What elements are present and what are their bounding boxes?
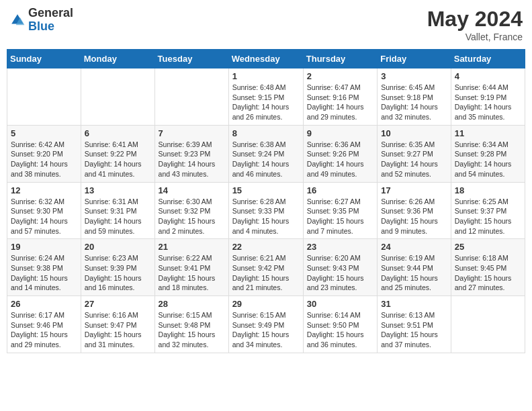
cell-content-line: Sunrise: 6:19 AM [381,254,435,262]
logo-text: General Blue [28,7,73,34]
calendar-cell: 6Sunrise: 6:41 AMSunset: 9:22 PMDaylight… [81,125,154,182]
cell-content-line: Sunset: 9:42 PM [232,264,285,272]
cell-content-line: Sunrise: 6:48 AM [232,83,286,91]
cell-content: Sunrise: 6:15 AMSunset: 9:49 PMDaylight:… [232,310,300,350]
cell-content-line: and 49 minutes. [307,170,357,178]
cell-content: Sunrise: 6:45 AMSunset: 9:18 PMDaylight:… [381,83,447,122]
cell-content-line: Sunset: 9:39 PM [85,264,137,272]
cell-content-line: Sunrise: 6:26 AM [381,197,435,205]
weekday-header-saturday: Saturday [451,50,525,68]
cell-content-line: and 52 minutes. [381,170,431,178]
day-number: 13 [85,185,151,195]
cell-content-line: Sunrise: 6:15 AM [232,311,286,319]
cell-content-line: and 27 minutes. [455,283,505,291]
month-title: May 2024 [427,7,523,32]
day-number: 1 [232,71,300,81]
cell-content-line: Sunset: 9:41 PM [159,264,211,272]
cell-content-line: Daylight: 15 hours [232,217,290,225]
cell-content: Sunrise: 6:34 AMSunset: 9:28 PMDaylight:… [455,140,521,179]
cell-content: Sunrise: 6:13 AMSunset: 9:51 PMDaylight:… [381,310,447,350]
cell-content-line: Daylight: 14 hours [381,160,438,168]
cell-content-line: Sunrise: 6:34 AM [455,140,508,148]
calendar-cell: 4Sunrise: 6:44 AMSunset: 9:19 PMDaylight… [451,68,525,126]
cell-content: Sunrise: 6:24 AMSunset: 9:38 PMDaylight:… [11,253,77,293]
cell-content-line: Daylight: 15 hours [455,217,512,225]
cell-content-line: and 43 minutes. [159,170,209,178]
cell-content-line: and 29 minutes. [11,340,61,349]
cell-content-line: Sunset: 9:30 PM [11,207,63,215]
day-number: 6 [85,128,151,138]
cell-content-line: Sunrise: 6:31 AM [85,197,138,205]
day-number: 17 [381,185,447,195]
cell-content-line: Sunset: 9:37 PM [455,207,507,215]
cell-content-line: and 32 minutes. [159,340,209,349]
calendar-cell: 13Sunrise: 6:31 AMSunset: 9:31 PMDayligh… [81,182,154,239]
cell-content-line: Sunset: 9:19 PM [455,93,507,101]
cell-content-line: and 21 minutes. [232,283,283,291]
cell-content: Sunrise: 6:18 AMSunset: 9:45 PMDaylight:… [455,253,521,293]
cell-content-line: and 32 minutes. [381,113,431,121]
cell-content-line: and 9 minutes. [381,227,427,235]
cell-content: Sunrise: 6:47 AMSunset: 9:16 PMDaylight:… [307,83,373,122]
calendar-cell: 14Sunrise: 6:30 AMSunset: 9:32 PMDayligh… [154,182,228,239]
weekday-header-wednesday: Wednesday [228,50,303,68]
cell-content-line: Daylight: 15 hours [159,274,216,282]
calendar-cell: 23Sunrise: 6:20 AMSunset: 9:43 PMDayligh… [303,239,377,296]
calendar-cell: 22Sunrise: 6:21 AMSunset: 9:42 PMDayligh… [228,239,303,296]
cell-content: Sunrise: 6:15 AMSunset: 9:48 PMDaylight:… [159,310,225,350]
cell-content-line: and 36 minutes. [307,340,357,349]
cell-content-line: Sunset: 9:44 PM [381,264,433,272]
calendar-cell: 29Sunrise: 6:15 AMSunset: 9:49 PMDayligh… [228,296,303,353]
cell-content: Sunrise: 6:32 AMSunset: 9:30 PMDaylight:… [11,197,77,236]
day-number: 22 [232,242,300,252]
cell-content-line: Sunset: 9:23 PM [159,150,211,158]
cell-content-line: Sunset: 9:48 PM [159,321,211,329]
calendar-cell: 25Sunrise: 6:18 AMSunset: 9:45 PMDayligh… [451,239,525,296]
cell-content-line: Sunrise: 6:41 AM [85,140,138,148]
cell-content-line: Sunrise: 6:14 AM [307,311,361,319]
calendar-cell: 24Sunrise: 6:19 AMSunset: 9:44 PMDayligh… [378,239,451,296]
day-number: 7 [159,128,225,138]
cell-content-line: and 4 minutes. [232,227,279,235]
cell-content-line: and 23 minutes. [307,283,357,291]
cell-content-line: Sunset: 9:38 PM [11,264,63,272]
calendar-cell [7,68,81,126]
cell-content: Sunrise: 6:14 AMSunset: 9:50 PMDaylight:… [307,310,373,350]
cell-content-line: and 38 minutes. [11,170,61,178]
cell-content-line: Sunrise: 6:17 AM [11,311,64,319]
cell-content-line: Daylight: 15 hours [232,330,290,338]
day-number: 21 [159,242,225,252]
day-number: 2 [307,71,373,81]
cell-content-line: Sunset: 9:47 PM [85,321,137,329]
cell-content-line: and 54 minutes. [455,170,505,178]
cell-content-line: Sunset: 9:33 PM [232,207,285,215]
calendar-cell: 28Sunrise: 6:15 AMSunset: 9:48 PMDayligh… [154,296,228,353]
day-number: 4 [455,71,521,81]
cell-content-line: Sunset: 9:28 PM [455,150,507,158]
cell-content-line: and 7 minutes. [307,227,353,235]
cell-content-line: Daylight: 15 hours [307,217,364,225]
cell-content-line: Daylight: 15 hours [159,330,216,338]
calendar-cell: 15Sunrise: 6:28 AMSunset: 9:33 PMDayligh… [228,182,303,239]
cell-content-line: Daylight: 15 hours [232,274,290,282]
day-number: 20 [85,242,151,252]
day-number: 14 [159,185,225,195]
cell-content-line: Sunrise: 6:21 AM [232,254,286,262]
cell-content-line: Sunset: 9:32 PM [159,207,211,215]
calendar-cell [451,296,525,353]
day-number: 25 [455,242,521,252]
cell-content: Sunrise: 6:44 AMSunset: 9:19 PMDaylight:… [455,83,521,122]
cell-content-line: Sunrise: 6:35 AM [381,140,435,148]
weekday-header-monday: Monday [81,50,154,68]
calendar-cell: 19Sunrise: 6:24 AMSunset: 9:38 PMDayligh… [7,239,81,296]
cell-content-line: Sunset: 9:43 PM [307,264,359,272]
cell-content-line: Sunrise: 6:23 AM [85,254,138,262]
day-number: 26 [11,299,77,309]
cell-content-line: Sunrise: 6:16 AM [85,311,138,319]
cell-content-line: Daylight: 14 hours [232,160,290,168]
cell-content: Sunrise: 6:31 AMSunset: 9:31 PMDaylight:… [85,197,151,236]
location-subtitle: Vallet, France [427,32,523,42]
calendar-cell: 20Sunrise: 6:23 AMSunset: 9:39 PMDayligh… [81,239,154,296]
cell-content-line: and 35 minutes. [455,113,505,121]
cell-content-line: and 29 minutes. [307,113,357,121]
